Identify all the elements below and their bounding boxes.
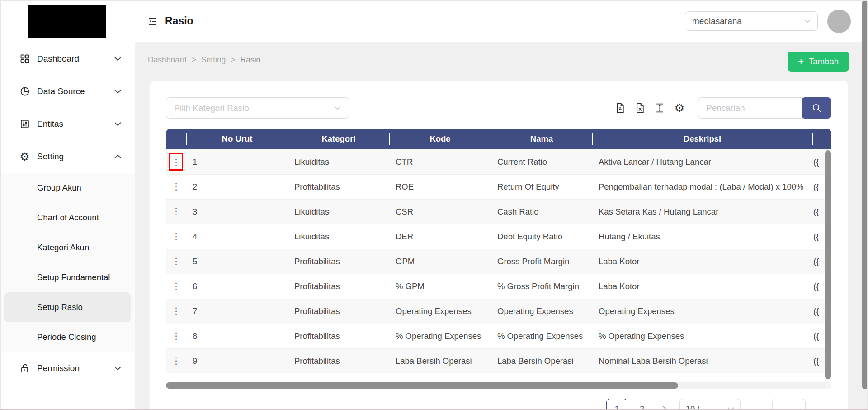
sidebar-subitem-label: Setup Rasio xyxy=(37,302,83,312)
cell-no-urut: 2 xyxy=(186,174,288,199)
breadcrumb-item-dashboard[interactable]: Dashboard xyxy=(148,55,187,65)
chevron-down-icon xyxy=(114,57,121,61)
file-excel-icon[interactable] xyxy=(634,102,646,114)
sidebar-item-dashboard[interactable]: Dashboard xyxy=(0,43,135,75)
vertical-scrollbar-thumb[interactable] xyxy=(825,150,831,379)
category-select[interactable]: Pilih Kategori Rasio xyxy=(166,97,349,119)
cell-deskripsi: Operating Expenses xyxy=(592,299,812,324)
cell-deskripsi: Aktiva Lancar / Hutang Lancar xyxy=(592,149,812,174)
sidebar-subitem-label: Kategori Akun xyxy=(37,243,89,253)
page-title: Rasio xyxy=(165,15,193,27)
table-toolbar: ⚙ xyxy=(614,102,685,114)
table-row: ⋮1LikuiditasCTRCurrent RatioAktiva Lanca… xyxy=(166,149,831,174)
row-menu-cell: ⋮ xyxy=(166,224,186,249)
topbar: Rasio mediasarana xyxy=(135,0,868,42)
sidebar-item-permission[interactable]: Permission xyxy=(0,352,135,385)
sidebar-item-entitas[interactable]: Entitas xyxy=(0,108,135,140)
sidebar-item-setting[interactable]: ⚙Setting xyxy=(0,140,135,173)
row-menu-cell: ⋮ xyxy=(166,274,186,299)
cell-no-urut: 5 xyxy=(186,249,288,274)
table-row: ⋮3LikuiditasCSRCash RatioKas Setara Kas … xyxy=(166,199,831,224)
kebab-menu-icon[interactable]: ⋮ xyxy=(172,356,181,365)
row-menu-cell: ⋮ xyxy=(166,324,186,348)
row-menu-cell: ⋮ xyxy=(166,348,186,373)
horizontal-scrollbar-thumb[interactable] xyxy=(166,382,678,389)
window-scrollbar-thumb[interactable] xyxy=(862,0,868,389)
sidebar-subitem-group-akun[interactable]: Group Akun xyxy=(0,173,135,203)
chevron-down-icon xyxy=(114,122,121,126)
cell-kategori: Profitabilitas xyxy=(288,324,389,348)
cell-nama: Laba Bersih Operasi xyxy=(491,348,592,373)
file-pdf-icon[interactable] xyxy=(614,102,626,114)
kebab-menu-icon[interactable]: ⋮ xyxy=(172,257,181,266)
cell-kategori: Profitabilitas xyxy=(288,348,389,373)
kebab-menu-icon[interactable]: ⋮ xyxy=(172,281,181,291)
plus-icon: + xyxy=(798,57,804,67)
search-input[interactable] xyxy=(698,97,805,119)
kebab-menu-icon[interactable]: ⋮ xyxy=(172,207,181,216)
breadcrumb-separator: > xyxy=(231,55,235,65)
kebab-menu-icon[interactable]: ⋮ xyxy=(172,182,181,191)
sidebar-submenu-setting: Group AkunChart of AccountKategori AkunS… xyxy=(0,173,135,352)
cell-deskripsi: Kas Setara Kas / Hutang Lancar xyxy=(592,199,812,224)
table-row: ⋮6Profitabilitas% GPM% Gross Profit Marg… xyxy=(166,274,831,299)
avatar[interactable] xyxy=(827,10,851,33)
breadcrumb-item-setting[interactable]: Setting xyxy=(201,55,226,65)
chevron-down-icon xyxy=(804,19,811,23)
horizontal-scrollbar-track[interactable] xyxy=(166,382,831,389)
sidebar-subitem-periode-closing[interactable]: Periode Closing xyxy=(0,322,135,352)
kebab-menu-icon[interactable]: ⋮ xyxy=(172,157,181,167)
kebab-menu-icon[interactable]: ⋮ xyxy=(172,306,181,315)
cell-no-urut: 3 xyxy=(186,199,288,224)
cell-no-urut: 9 xyxy=(186,348,288,373)
cell-kode: DER xyxy=(389,224,491,249)
cell-nama: Debt Equity Ratio xyxy=(491,224,592,249)
unlock-icon xyxy=(19,363,30,374)
breadcrumb: Dashboard>Setting>Rasio xyxy=(148,55,260,65)
cell-kode: Laba Bersih Operasi xyxy=(389,348,491,373)
row-menu-cell: ⋮ xyxy=(166,249,186,274)
sidebar-subitem-setup-fundamental[interactable]: Setup Fundamental xyxy=(0,262,135,292)
sidebar-item-data-source[interactable]: Data Source xyxy=(0,75,135,108)
cell-no-urut: 7 xyxy=(186,299,288,324)
sidebar: DashboardData SourceEntitas⚙SettingGroup… xyxy=(0,0,135,410)
table-row: ⋮4LikuiditasDERDebt Equity RatioHutang /… xyxy=(166,224,831,249)
cell-no-urut: 4 xyxy=(186,224,288,249)
kebab-menu-icon[interactable]: ⋮ xyxy=(172,232,181,241)
rasio-table: No UrutKategoriKodeNamaDeskripsi ⋮1Likui… xyxy=(166,129,831,373)
sidebar-subitem-label: Group Akun xyxy=(37,183,81,193)
column-header-no-urut: No Urut xyxy=(186,129,288,149)
table-row: ⋮8Profitabilitas% Operating Expenses% Op… xyxy=(166,324,831,348)
row-menu-cell: ⋮ xyxy=(166,149,186,174)
sidebar-subitem-kategori-akun[interactable]: Kategori Akun xyxy=(0,233,135,262)
column-header-blank xyxy=(166,129,186,149)
annotation-red-box: ⋮ xyxy=(169,153,183,171)
search-button[interactable] xyxy=(802,97,831,119)
sidebar-item-label: Dashboard xyxy=(37,54,79,64)
table-row: ⋮7ProfitabilitasOperating ExpensesOperat… xyxy=(166,299,831,324)
sidebar-subitem-setup-rasio[interactable]: Setup Rasio xyxy=(4,292,131,322)
cell-nama: Current Ratio xyxy=(491,149,592,174)
breadcrumb-separator: > xyxy=(192,55,196,65)
sliders-icon xyxy=(19,119,30,130)
add-button[interactable]: + Tambah xyxy=(788,52,849,72)
cell-kategori: Profitabilitas xyxy=(288,174,389,199)
cell-kode: Operating Expenses xyxy=(389,299,491,324)
gear-icon[interactable]: ⚙ xyxy=(674,102,685,114)
add-button-label: Tambah xyxy=(809,57,839,67)
content-card: Pilih Kategori Rasio xyxy=(150,81,848,410)
search-icon xyxy=(811,103,822,113)
sidebar-subitem-chart-of-account[interactable]: Chart of Account xyxy=(0,203,135,233)
sidebar-item-label: Setting xyxy=(37,152,64,162)
tenant-select[interactable]: mediasarana xyxy=(685,11,818,31)
sidebar-subitem-label: Setup Fundamental xyxy=(37,272,110,282)
column-header-nama: Nama xyxy=(491,129,592,149)
kebab-menu-icon[interactable]: ⋮ xyxy=(172,331,181,340)
chevron-up-icon xyxy=(114,154,121,159)
column-height-icon[interactable] xyxy=(654,102,665,114)
cell-kode: CSR xyxy=(389,199,491,224)
window-scrollbar-track[interactable] xyxy=(862,0,868,410)
table-row: ⋮2ProfitabilitasROEReturn Of EquityPenge… xyxy=(166,174,831,199)
menu-fold-icon[interactable] xyxy=(147,16,158,27)
table-header-row: No UrutKategoriKodeNamaDeskripsi xyxy=(166,129,831,149)
